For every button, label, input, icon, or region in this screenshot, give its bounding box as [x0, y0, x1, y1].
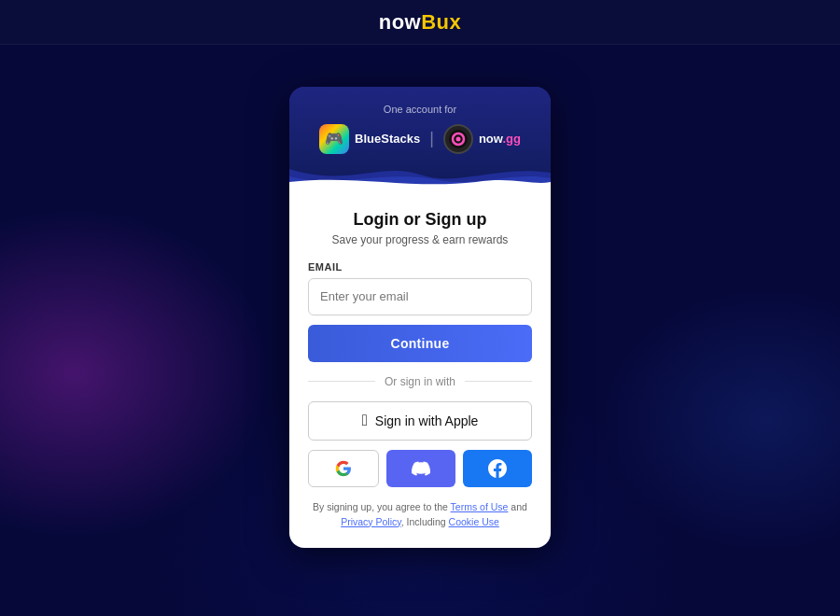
discord-icon: [412, 459, 430, 478]
header-wave: [289, 161, 551, 189]
divider-text: Or sign in with: [385, 375, 455, 388]
apple-icon: : [362, 413, 368, 428]
card-subtitle: One account for: [308, 104, 532, 115]
continue-button[interactable]: Continue: [308, 325, 532, 362]
top-bar: nowBux: [0, 0, 840, 45]
bluestacks-brand: 🎮 BlueStacks: [319, 124, 420, 154]
logo-bux: Bux: [421, 10, 461, 34]
login-subtitle: Save your progress & earn rewards: [308, 233, 532, 246]
discord-signin-button[interactable]: [386, 450, 455, 487]
bluestacks-name: BlueStacks: [355, 132, 420, 146]
brand-divider: |: [429, 129, 434, 148]
email-label: EMAIL: [308, 261, 532, 273]
terms-of-use-link[interactable]: Terms of Use: [451, 501, 509, 512]
facebook-signin-button[interactable]: [463, 450, 532, 487]
app-logo: nowBux: [379, 10, 462, 35]
nowgg-brand: now.gg: [443, 124, 521, 154]
terms-text: By signing up, you agree to the Terms of…: [308, 500, 532, 530]
divider-line-right: [465, 381, 532, 382]
social-buttons-row: [308, 450, 532, 487]
apple-signin-button[interactable]:  Sign in with Apple: [308, 401, 532, 441]
divider-line-left: [308, 381, 375, 382]
terms-suffix: , Including: [401, 516, 449, 527]
apple-signin-label: Sign in with Apple: [375, 413, 479, 428]
google-icon: [335, 460, 352, 477]
terms-prefix: By signing up, you agree to the: [313, 501, 451, 512]
login-card: One account for 🎮 BlueStacks | now.gg: [289, 87, 551, 549]
card-body: Login or Sign up Save your progress & ea…: [289, 189, 551, 549]
logo-now: now: [379, 10, 422, 34]
card-header: One account for 🎮 BlueStacks | now.gg: [289, 87, 551, 189]
login-title: Login or Sign up: [308, 210, 532, 230]
privacy-policy-link[interactable]: Privacy Policy: [341, 516, 401, 527]
nowgg-logo: [443, 124, 473, 154]
facebook-icon: [488, 459, 507, 478]
divider: Or sign in with: [308, 375, 532, 388]
terms-and: and: [508, 501, 526, 512]
google-signin-button[interactable]: [308, 450, 379, 487]
bluestacks-logo: 🎮: [319, 124, 349, 154]
cookie-use-link[interactable]: Cookie Use: [449, 516, 499, 527]
svg-point-2: [455, 136, 460, 141]
nowgg-name: now.gg: [479, 132, 521, 146]
email-input[interactable]: [308, 278, 532, 315]
brands-row: 🎮 BlueStacks | now.gg: [308, 124, 532, 154]
